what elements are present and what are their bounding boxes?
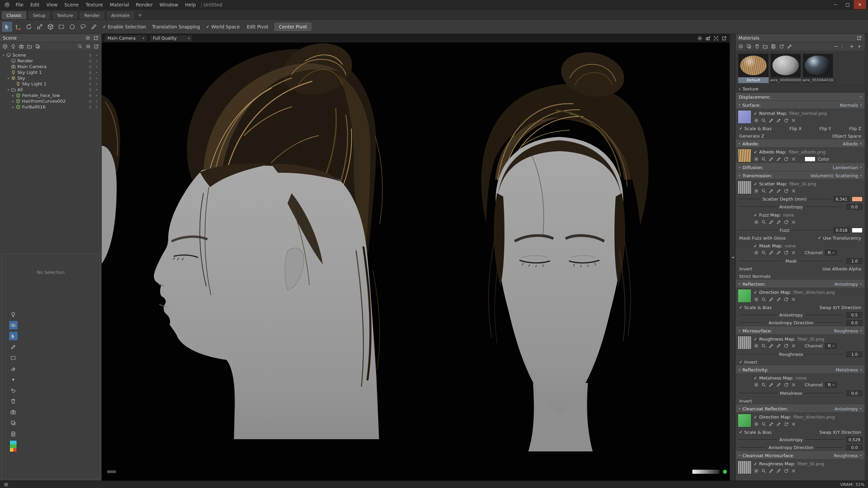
item-lock-button[interactable]	[88, 82, 92, 86]
map-filename[interactable]: fiber_albedo.png	[789, 149, 826, 155]
maximize-button[interactable]: □	[842, 0, 854, 9]
viewport-light-tool[interactable]	[9, 310, 18, 319]
map-reload-button[interactable]	[784, 157, 789, 162]
map-pick-button[interactable]	[769, 250, 774, 255]
map-thumbnail[interactable]	[738, 181, 751, 194]
close-button[interactable]: ✕	[854, 0, 866, 9]
slider-track[interactable]: Scatter Depth (mm)	[738, 195, 831, 203]
map-filename[interactable]: fiber_ID.png	[797, 337, 824, 342]
dot-tool[interactable]	[9, 375, 18, 384]
item-lock-button[interactable]	[88, 65, 92, 69]
map-clear-button[interactable]	[791, 422, 796, 427]
item-visibility-button[interactable]	[95, 105, 99, 109]
log-button[interactable]	[3, 482, 9, 487]
option-swap-x-y-direction[interactable]: Swap X/Y Direction	[820, 430, 861, 435]
render-settings-button[interactable]	[697, 36, 703, 41]
map-zoom-button[interactable]	[761, 250, 766, 255]
map-zoom-button[interactable]	[761, 343, 766, 348]
toggle-translation-snapping[interactable]: Translation Snapping	[149, 24, 203, 29]
map-settings-button[interactable]	[754, 157, 759, 162]
pick-material-button[interactable]	[787, 44, 792, 49]
add-mesh-button[interactable]	[2, 44, 8, 49]
toggle-world-space[interactable]: ✓World Space	[203, 24, 243, 29]
section-header-reflection[interactable]: ▾Reflection:Anisotropy▾	[736, 280, 865, 288]
expander-icon[interactable]: ▸	[11, 94, 15, 97]
map-edit-button[interactable]	[776, 468, 781, 473]
undo-button[interactable]	[9, 386, 18, 394]
map-zoom-button[interactable]	[761, 118, 766, 123]
materials-popout-button[interactable]	[856, 35, 862, 41]
map-clear-button[interactable]	[791, 250, 796, 255]
section-mode-dropdown[interactable]: Lambertian▾	[833, 165, 862, 170]
map-reload-button[interactable]	[784, 250, 789, 255]
menu-material[interactable]: Material	[106, 0, 133, 9]
tree-item-all[interactable]: ▾All	[0, 87, 101, 93]
color-swatch[interactable]	[10, 441, 17, 444]
section-mode-dropdown[interactable]: Roughness▾	[834, 453, 862, 458]
tree-item-main-camera[interactable]: Main Camera	[0, 64, 101, 69]
displacement-row[interactable]: Displacement:▾	[736, 93, 865, 101]
material-menu-button[interactable]	[857, 44, 862, 49]
list-view-button[interactable]	[85, 44, 91, 49]
map-checkbox[interactable]: ✓	[754, 182, 757, 186]
toggle-enable-selection[interactable]: ✓Enable Selection	[100, 24, 149, 29]
ellipse-select-tool[interactable]	[67, 22, 77, 32]
section-header-clearcoat-microsurface[interactable]: ▾Clearcoat Microsurface:Roughness▾	[736, 451, 865, 460]
item-visibility-button[interactable]	[95, 76, 99, 80]
color-swatch[interactable]	[852, 197, 863, 202]
item-visibility-button[interactable]	[95, 99, 99, 103]
panel-menu-button[interactable]	[94, 44, 99, 49]
scene-popout-button[interactable]	[93, 35, 99, 41]
section-header-surface[interactable]: ▾Surface:Normals▾	[736, 101, 865, 109]
map-checkbox[interactable]: ✓	[754, 150, 757, 155]
map-pick-button[interactable]	[769, 188, 774, 194]
channel-dropdown[interactable]: R▾	[825, 382, 837, 388]
tab-setup[interactable]: Setup	[28, 11, 51, 19]
tab-texture[interactable]: Texture	[52, 11, 78, 19]
section-header-albedo[interactable]: ▾Albedo:Albedo▾	[736, 140, 865, 148]
map-edit-button[interactable]	[776, 157, 781, 162]
map-reload-button[interactable]	[784, 343, 789, 348]
option-generate-z[interactable]: Generate Z	[739, 134, 764, 139]
visibility-tool[interactable]	[9, 321, 18, 329]
map-settings-button[interactable]	[754, 250, 759, 255]
new-material-button[interactable]	[738, 44, 744, 49]
transform-tool[interactable]	[45, 22, 56, 32]
item-lock-button[interactable]	[88, 105, 92, 109]
map-pick-button[interactable]	[769, 468, 774, 473]
refresh-materials-button[interactable]	[779, 44, 784, 49]
copy-image-button[interactable]	[9, 419, 18, 427]
menu-view[interactable]: View	[43, 0, 61, 9]
slider-track[interactable]: Metalness	[738, 389, 844, 397]
map-clear-button[interactable]	[791, 382, 796, 387]
map-edit-button[interactable]	[776, 220, 781, 225]
frame-object-button[interactable]	[713, 36, 719, 41]
find-object-button[interactable]	[77, 44, 83, 49]
option-scale-bias[interactable]: ✓Scale & Bias	[739, 126, 772, 131]
material-item-wire-000000000[interactable]: wire_000000000	[770, 54, 801, 83]
slider-value[interactable]: 1.0	[846, 258, 863, 264]
minimize-button[interactable]: ─	[829, 0, 842, 9]
rect-tool[interactable]	[9, 353, 18, 362]
tree-item-hairfromcurves002[interactable]: ▸HairFromCurves002	[0, 98, 101, 104]
map-edit-button[interactable]	[776, 188, 781, 194]
eraser-tool[interactable]	[9, 364, 18, 373]
option-invert[interactable]: Invert	[739, 399, 752, 404]
map-clear-button[interactable]	[791, 468, 796, 473]
menu-edit[interactable]: Edit	[27, 0, 43, 9]
map-checkbox[interactable]: ✓	[754, 337, 757, 342]
map-zoom-button[interactable]	[761, 422, 766, 427]
map-pick-button[interactable]	[769, 382, 774, 387]
material-item-wire-055064016[interactable]: wire_055064016	[803, 54, 833, 83]
section-header-clearcoat-reflection[interactable]: ▾Clearcoat Reflection:Anisotropy▾	[736, 405, 865, 413]
option-flip-x[interactable]: Flip X	[789, 126, 802, 131]
map-zoom-button[interactable]	[761, 220, 766, 225]
slider-track[interactable]: Roughness	[738, 350, 844, 358]
tab-classic[interactable]: Classic	[1, 11, 27, 19]
map-filename[interactable]: none	[783, 212, 794, 218]
tree-item-scene[interactable]: ▾Scene	[0, 52, 101, 58]
item-visibility-button[interactable]	[95, 59, 99, 63]
tree-item-female-face-low[interactable]: ▸Female_Face_low	[0, 93, 101, 98]
menu-scene[interactable]: Scene	[61, 0, 82, 9]
option-flip-y[interactable]: Flip Y	[820, 126, 831, 131]
